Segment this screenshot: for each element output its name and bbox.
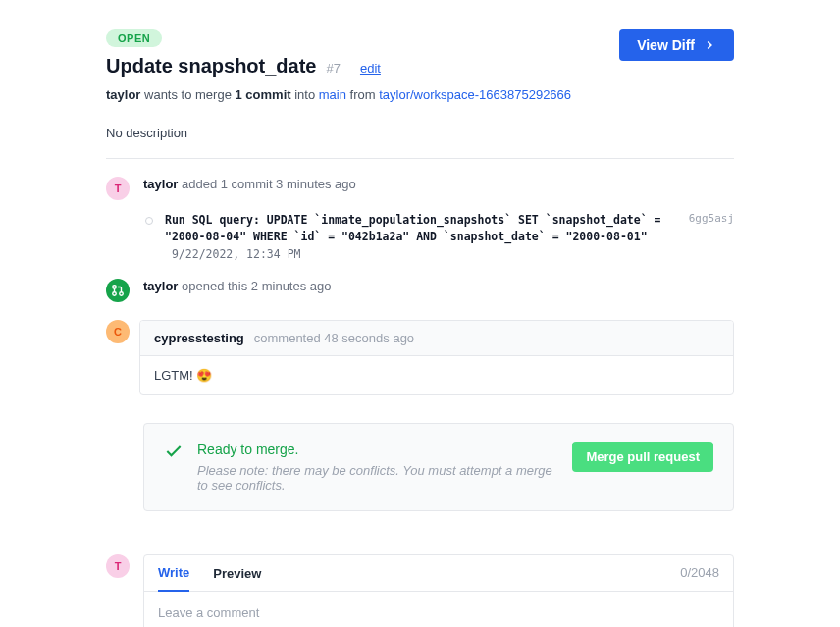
check-icon: [164, 442, 184, 493]
chevron-right-icon: [703, 38, 716, 52]
merge-pull-request-button[interactable]: Merge pull request: [572, 442, 713, 472]
merge-status-box: Ready to merge. Please note: there may b…: [143, 423, 734, 511]
edit-link[interactable]: edit: [360, 61, 381, 76]
view-diff-button[interactable]: View Diff: [619, 29, 734, 61]
commit-message: Run SQL query: UPDATE `inmate_population…: [165, 213, 660, 243]
svg-point-2: [120, 292, 124, 296]
source-branch-link[interactable]: taylor/workspace-1663875292666: [379, 87, 571, 102]
base-branch-link[interactable]: main: [319, 87, 346, 102]
svg-point-0: [113, 286, 117, 289]
status-badge: OPEN: [106, 29, 162, 47]
avatar: C: [106, 320, 130, 343]
pr-number: #7: [326, 61, 340, 76]
comment-body: LGTM! 😍: [140, 356, 733, 394]
avatar: T: [106, 177, 130, 200]
char-counter: 0/2048: [680, 565, 719, 590]
comment-row: C cypresstestingcommented 48 seconds ago…: [106, 320, 734, 395]
comment-header: cypresstestingcommented 48 seconds ago: [140, 321, 733, 356]
timeline-opened: taylor opened this 2 minutes ago: [106, 279, 734, 302]
merge-note: Please note: there may be conflicts. You…: [197, 463, 558, 493]
commit-row: Run SQL query: UPDATE `inmate_population…: [145, 212, 734, 263]
svg-point-1: [113, 292, 117, 296]
commit-hash[interactable]: 6gg5asj: [689, 212, 734, 225]
merge-ready-text: Ready to merge.: [197, 442, 558, 457]
comment-textarea[interactable]: [144, 592, 733, 627]
commit-timestamp: 9/22/2022, 12:34 PM: [172, 247, 301, 261]
tab-write[interactable]: Write: [158, 565, 189, 592]
merge-description: taylor wants to merge 1 commit into main…: [106, 87, 734, 102]
no-description: No description: [106, 126, 734, 159]
pr-title: Update snapshot_date: [106, 55, 316, 78]
timeline-added-commit: T taylor added 1 commit 3 minutes ago: [106, 177, 734, 200]
commit-dot-icon: [145, 217, 153, 225]
pr-open-icon: [106, 279, 130, 302]
avatar: T: [106, 554, 130, 578]
comment-editor: T Write Preview 0/2048: [106, 554, 734, 627]
tab-preview[interactable]: Preview: [213, 566, 261, 591]
view-diff-label: View Diff: [637, 37, 695, 53]
